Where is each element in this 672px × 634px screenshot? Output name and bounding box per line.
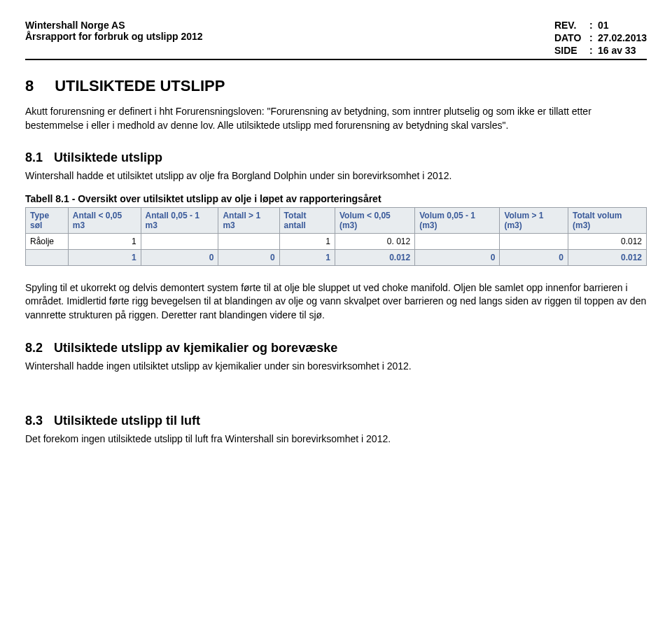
- table-cell: [141, 233, 218, 249]
- section-number: 8: [25, 77, 50, 95]
- section-number: 8.2: [25, 341, 50, 355]
- section-8-intro: Akutt forurensning er definert i hht For…: [25, 105, 647, 132]
- table-cell: 0.012: [568, 249, 647, 265]
- table-cell: 0: [415, 249, 500, 265]
- colon: :: [589, 32, 598, 43]
- section-8-2-body: Wintershall hadde ingen utilsiktet utsli…: [25, 360, 647, 374]
- table-header: Volum 0,05 - 1 (m3): [415, 207, 500, 233]
- table-cell: 0: [218, 249, 279, 265]
- table-cell: [26, 249, 69, 265]
- page-label: SIDE: [554, 45, 589, 56]
- section-8-1-heading: 8.1 Utilsiktede utslipp: [25, 150, 647, 165]
- after-table-paragraph: Spyling til et ukorrekt og delvis demont…: [25, 281, 647, 323]
- table-cell: 0. 012: [335, 233, 414, 249]
- table-cell: Råolje: [26, 233, 69, 249]
- table-header: Antall > 1 m3: [218, 207, 279, 233]
- table-header: Type søl: [26, 207, 69, 233]
- section-8-3-body: Det forekom ingen utilsiktede utslipp ti…: [25, 432, 647, 446]
- rev-label: REV.: [554, 20, 589, 31]
- rev-value: 01: [598, 20, 609, 31]
- section-title: Utilsiktede utslipp til luft: [54, 414, 200, 428]
- colon: :: [589, 20, 598, 31]
- section-number: 8.3: [25, 414, 50, 428]
- section-title: UTILSIKTEDE UTSLIPP: [55, 77, 225, 94]
- section-title: Utilsiktede utslipp: [54, 150, 162, 164]
- section-8-3-heading: 8.3 Utilsiktede utslipp til luft: [25, 414, 647, 428]
- header-divider: [25, 59, 647, 60]
- doc-subtitle: Årsrapport for forbruk og utslipp 2012: [25, 31, 554, 42]
- table-row: Råolje 1 1 0. 012 0.012: [26, 233, 647, 249]
- table-cell: 0: [141, 249, 218, 265]
- table-cell: 1: [68, 233, 141, 249]
- section-8-heading: 8 UTILSIKTEDE UTSLIPP: [25, 77, 647, 95]
- table-cell: [218, 233, 279, 249]
- section-8-2-heading: 8.2 Utilsiktede utslipp av kjemikalier o…: [25, 341, 647, 355]
- date-value: 27.02.2013: [598, 32, 647, 43]
- table-header: Volum > 1 (m3): [500, 207, 568, 233]
- table-header: Antall < 0,05 m3: [68, 207, 141, 233]
- table-header: Totalt volum (m3): [568, 207, 647, 233]
- table-cell: [415, 233, 500, 249]
- table-cell: 1: [279, 249, 335, 265]
- date-label: DATO: [554, 32, 589, 43]
- company-name: Wintershall Norge AS: [25, 20, 554, 31]
- table-header: Totalt antall: [279, 207, 335, 233]
- section-number: 8.1: [25, 150, 50, 165]
- spill-table: Type søl Antall < 0,05 m3 Antall 0,05 - …: [25, 207, 647, 266]
- table-cell: 1: [68, 249, 141, 265]
- table-header: Volum < 0,05 (m3): [335, 207, 414, 233]
- colon: :: [589, 45, 598, 56]
- table-header-row: Type søl Antall < 0,05 m3 Antall 0,05 - …: [26, 207, 647, 233]
- table-cell: 0.012: [568, 233, 647, 249]
- doc-meta: REV. : 01 DATO : 27.02.2013 SIDE : 16 av…: [554, 20, 647, 56]
- table-caption: Tabell 8.1 - Oversikt over utilsiktet ut…: [25, 193, 647, 204]
- table-cell: 0.012: [335, 249, 414, 265]
- doc-header: Wintershall Norge AS Årsrapport for forb…: [25, 20, 647, 56]
- table-cell: [500, 233, 568, 249]
- page-value: 16 av 33: [598, 45, 636, 56]
- section-8-1-body: Wintershall hadde et utilsiktet utslipp …: [25, 169, 647, 183]
- table-header: Antall 0,05 - 1 m3: [141, 207, 218, 233]
- table-cell: 0: [500, 249, 568, 265]
- table-cell: 1: [279, 233, 335, 249]
- table-totals-row: 1 0 0 1 0.012 0 0 0.012: [26, 249, 647, 265]
- section-title: Utilsiktede utslipp av kjemikalier og bo…: [54, 341, 337, 355]
